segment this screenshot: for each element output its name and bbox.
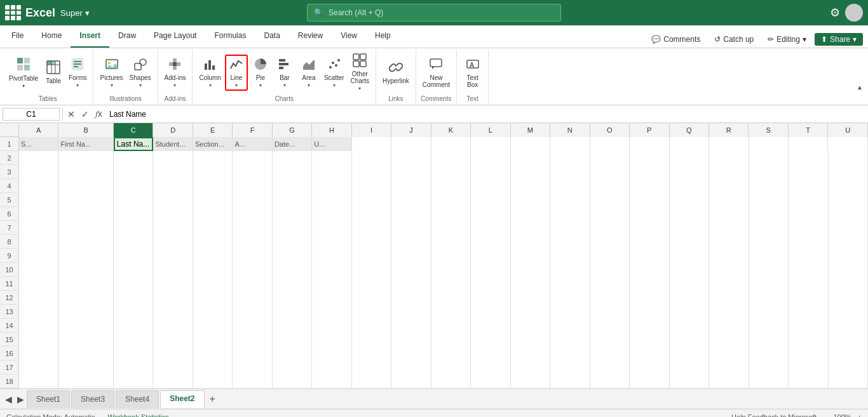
cell-E5[interactable] [193, 193, 233, 207]
cell-F10[interactable] [233, 263, 272, 277]
cell-S13[interactable] [749, 305, 789, 319]
cell-E11[interactable] [193, 277, 233, 291]
cell-L3[interactable] [471, 165, 510, 179]
editing-button[interactable]: ✏ Editing ▾ [762, 32, 812, 46]
catchup-button[interactable]: ↺ Catch up [709, 32, 759, 46]
cell-N16[interactable] [550, 347, 590, 361]
cell-H17[interactable] [312, 361, 351, 374]
cell-D17[interactable] [153, 361, 193, 374]
cell-E2[interactable] [193, 151, 233, 165]
feedback-text[interactable]: Help Feedback to Microsoft [731, 413, 817, 418]
cell-P12[interactable] [630, 291, 669, 305]
cell-U9[interactable] [829, 249, 868, 263]
cell-R18[interactable] [709, 374, 749, 388]
cell-O17[interactable] [590, 361, 630, 374]
cell-P13[interactable] [630, 305, 669, 319]
cell-P3[interactable] [630, 165, 669, 179]
cell-P8[interactable] [630, 235, 669, 249]
cell-U15[interactable] [829, 333, 868, 347]
col-header-B[interactable]: B [58, 123, 113, 137]
cell-T18[interactable] [789, 374, 828, 388]
cell-B9[interactable] [58, 249, 113, 263]
cell-R13[interactable] [709, 305, 749, 319]
cell-P11[interactable] [630, 277, 669, 291]
cell-P1[interactable] [630, 137, 669, 151]
cell-T2[interactable] [789, 151, 828, 165]
cell-H5[interactable] [312, 193, 351, 207]
cell-S6[interactable] [749, 207, 789, 221]
cell-A8[interactable] [19, 235, 58, 249]
cell-S5[interactable] [749, 193, 789, 207]
sheet-tab-sheet2[interactable]: Sheet2 [160, 390, 204, 408]
tab-view[interactable]: View [332, 25, 366, 48]
cell-M4[interactable] [511, 179, 550, 193]
minus-zoom-button[interactable]: − [823, 413, 827, 418]
cell-K12[interactable] [431, 291, 471, 305]
cell-K7[interactable] [431, 221, 471, 235]
cell-D12[interactable] [153, 291, 193, 305]
cell-L6[interactable] [471, 207, 510, 221]
cell-I12[interactable] [352, 291, 391, 305]
cell-S4[interactable] [749, 179, 789, 193]
col-header-A[interactable]: A [19, 123, 58, 137]
col-header-J[interactable]: J [391, 123, 431, 137]
cell-C15[interactable] [114, 333, 153, 347]
cell-F4[interactable] [233, 179, 272, 193]
cell-M10[interactable] [511, 263, 550, 277]
cell-S8[interactable] [749, 235, 789, 249]
cell-U16[interactable] [829, 347, 868, 361]
cell-M1[interactable] [511, 137, 550, 151]
cell-A1[interactable]: S... [19, 137, 58, 151]
comments-button[interactable]: 💬 Comments [646, 32, 706, 46]
cell-I7[interactable] [352, 221, 391, 235]
cell-F9[interactable] [233, 249, 272, 263]
cell-P2[interactable] [630, 151, 669, 165]
cell-B14[interactable] [58, 319, 113, 333]
cell-A15[interactable] [19, 333, 58, 347]
col-header-L[interactable]: L [471, 123, 510, 137]
cell-D5[interactable] [153, 193, 193, 207]
cell-H2[interactable] [312, 151, 351, 165]
cell-U2[interactable] [829, 151, 868, 165]
cell-U18[interactable] [829, 374, 868, 388]
cell-I4[interactable] [352, 179, 391, 193]
cell-P7[interactable] [630, 221, 669, 235]
cell-Q7[interactable] [670, 221, 709, 235]
cell-J15[interactable] [391, 333, 431, 347]
cell-H1[interactable]: U... [312, 137, 351, 151]
cell-R9[interactable] [709, 249, 749, 263]
cell-U14[interactable] [829, 319, 868, 333]
cell-N11[interactable] [550, 277, 590, 291]
cell-F3[interactable] [233, 165, 272, 179]
cell-J13[interactable] [391, 305, 431, 319]
cell-N12[interactable] [550, 291, 590, 305]
cell-E15[interactable] [193, 333, 233, 347]
col-header-K[interactable]: K [431, 123, 471, 137]
cell-C7[interactable] [114, 221, 153, 235]
cell-M2[interactable] [511, 151, 550, 165]
cell-U4[interactable] [829, 179, 868, 193]
cell-G1[interactable]: Date... [273, 137, 312, 151]
cell-T9[interactable] [789, 249, 828, 263]
cell-O10[interactable] [590, 263, 630, 277]
cell-Q5[interactable] [670, 193, 709, 207]
cell-T4[interactable] [789, 179, 828, 193]
cell-U5[interactable] [829, 193, 868, 207]
cell-E16[interactable] [193, 347, 233, 361]
cell-I9[interactable] [352, 249, 391, 263]
cell-J4[interactable] [391, 179, 431, 193]
cell-N1[interactable] [550, 137, 590, 151]
cell-D7[interactable] [153, 221, 193, 235]
cell-G13[interactable] [273, 305, 312, 319]
cell-F12[interactable] [233, 291, 272, 305]
cell-H8[interactable] [312, 235, 351, 249]
cell-B4[interactable] [58, 179, 113, 193]
cell-R8[interactable] [709, 235, 749, 249]
hyperlink-button[interactable]: Hyperlink [380, 59, 412, 86]
grid-scroll[interactable]: 1 S... First Na... Last Na... Student...… [0, 137, 868, 388]
ribbon-expand[interactable]: ▲ [857, 50, 865, 103]
cell-J9[interactable] [391, 249, 431, 263]
col-header-S[interactable]: S [749, 123, 788, 137]
cell-T13[interactable] [789, 305, 828, 319]
col-header-H[interactable]: H [312, 123, 351, 137]
